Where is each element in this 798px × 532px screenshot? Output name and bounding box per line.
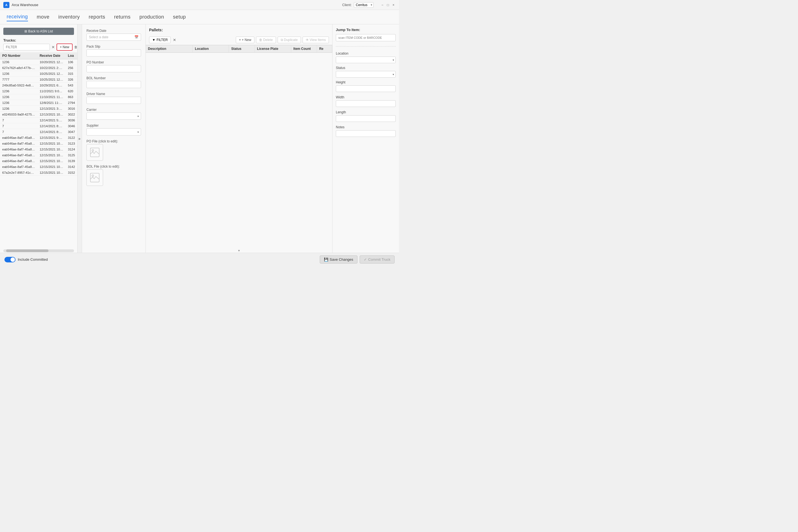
po-cell: 7 <box>0 117 37 123</box>
nav-item-production[interactable]: production <box>139 13 164 21</box>
table-row[interactable]: eab546ae-8af7-45a8-9518-3fb5ecc0df0d 12/… <box>0 152 77 158</box>
scan-input[interactable] <box>336 34 396 41</box>
nav-item-setup[interactable]: setup <box>173 13 186 21</box>
trucks-scrollbar-h[interactable] <box>3 249 74 252</box>
bol-number-input[interactable] <box>87 81 141 88</box>
status-select-wrapper <box>336 71 396 78</box>
scroll-down-arrow: ▼ <box>238 249 241 252</box>
pallets-view-items-button[interactable]: 👁 View Items <box>303 37 329 43</box>
client-select[interactable]: Cerritus <box>354 2 374 8</box>
nav-item-receiving[interactable]: receiving <box>7 13 28 21</box>
pallets-duplicate-button[interactable]: ⧉ Duplicate <box>278 37 301 43</box>
trucks-delete-button[interactable]: 🗑 Delete <box>74 45 78 49</box>
table-row[interactable]: 1236 11/10/2021 11:24:00 AM 863 <box>0 94 77 100</box>
width-input[interactable] <box>336 100 396 107</box>
pallets-toolbar: ▼ FILTER ✕ + + New 🗑 Delete ⧉ Duplicate <box>146 33 332 45</box>
loa-cell: 326 <box>66 77 77 82</box>
date-cell: 10/29/2021 6:04:00 PM <box>37 82 66 89</box>
table-row[interactable]: 1236 10/25/2021 12:03:00 PM 315 <box>0 71 77 77</box>
pallets-table-body <box>146 53 332 249</box>
minimize-button[interactable]: − <box>380 3 385 7</box>
trucks-scrollbar-thumb <box>6 249 49 252</box>
nav-item-inventory[interactable]: inventory <box>58 13 80 21</box>
divider-arrow-left: ▶ <box>78 24 82 253</box>
pallets-delete-button[interactable]: 🗑 Delete <box>256 37 276 43</box>
table-row[interactable]: 249c85a0-5922-4e83-8ac2-83a923467cef 10/… <box>0 82 77 89</box>
nav-item-reports[interactable]: reports <box>89 13 105 21</box>
loa-cell: 3047 <box>66 129 77 135</box>
po-number-input[interactable] <box>87 65 141 72</box>
table-row[interactable]: 627e762f-a8cf-477b-80d2-83af365f0f21 10/… <box>0 65 77 71</box>
pallets-new-button[interactable]: + + New <box>236 37 254 43</box>
col-po-number: PO Number <box>0 52 37 59</box>
driver-name-label: Driver Name <box>87 92 141 96</box>
supplier-select-wrapper <box>87 128 141 135</box>
table-row[interactable]: eab546ae-8af7-45a8-9518-3fb5ecc0df0d 12/… <box>0 164 77 170</box>
po-cell: 1236 <box>0 89 37 94</box>
po-file-label: PO File (click to edit): <box>87 139 141 143</box>
trash-icon: 🗑 <box>259 38 262 42</box>
col-receive-date: Receive Date <box>37 52 66 59</box>
svg-point-1 <box>92 150 94 151</box>
receive-date-group: Receive Date Select a date 📅 <box>87 29 141 41</box>
po-file-upload[interactable] <box>87 144 103 161</box>
include-committed-toggle[interactable] <box>4 257 16 262</box>
table-row[interactable]: eab546ae-8af7-45a8-9518-3fb5ecc0df0d 12/… <box>0 147 77 152</box>
pallets-filter-clear[interactable]: ✕ <box>173 38 176 42</box>
maximize-button[interactable]: □ <box>386 3 390 7</box>
commit-truck-button[interactable]: ✓ Commit Truck <box>360 255 395 264</box>
table-row[interactable]: 67a2e2e7-8957-41cd-be97-280c3aace523 12/… <box>0 170 77 176</box>
height-input[interactable] <box>336 86 396 92</box>
po-cell: 67a2e2e7-8957-41cd-be97-280c3aace523 <box>0 170 37 176</box>
trucks-filter-clear[interactable]: ✕ <box>52 45 55 49</box>
table-row[interactable]: eab546ae-8af7-45a8-9518-3fb5ecc0df0d 12/… <box>0 135 77 141</box>
pack-slip-input[interactable] <box>87 49 141 57</box>
po-cell: eab546ae-8af7-45a8-9518-3fb5ecc0df0d <box>0 158 37 164</box>
supplier-select[interactable] <box>87 128 141 135</box>
table-row[interactable]: 1236 11/2/2021 9:00:00 PM 620 <box>0 89 77 94</box>
table-row[interactable]: 7 12/14/2021 5:40:55 PM 3036 <box>0 117 77 123</box>
date-cell: 12/15/2021 10:08:25 PM <box>37 152 66 158</box>
trucks-filter-input[interactable] <box>3 44 50 51</box>
driver-name-input[interactable] <box>87 97 141 104</box>
pallets-filter-button[interactable]: ▼ FILTER <box>149 37 171 43</box>
table-row[interactable]: 1236 12/8/2021 11:33:35 PM 2794 <box>0 100 77 106</box>
bol-number-group: BOL Number <box>87 76 141 88</box>
image-placeholder-icon <box>90 147 100 157</box>
trucks-new-button[interactable]: + New <box>57 43 73 51</box>
table-row[interactable]: e0245033-9a0f-4275-92e2-e9e1ef2169b2 12/… <box>0 112 77 117</box>
table-row[interactable]: 1236 10/20/2021 12:16:00 PM 106 <box>0 59 77 65</box>
loa-cell: 3122 <box>66 135 77 141</box>
nav-item-returns[interactable]: returns <box>114 13 131 21</box>
close-button[interactable]: × <box>391 3 396 7</box>
table-row[interactable]: eab546ae-8af7-45a8-9518-3fb5ecc0df0d 12/… <box>0 141 77 147</box>
trucks-table: PO Number Receive Date Loa 1236 10/20/20… <box>0 52 77 249</box>
supplier-group: Supplier <box>87 124 141 135</box>
notes-input[interactable] <box>336 130 396 137</box>
table-row[interactable]: 7777 10/25/2021 12:55:00 PM 326 <box>0 77 77 82</box>
carrier-select[interactable] <box>87 113 141 120</box>
col-license-plate: License Plate <box>255 45 291 52</box>
table-row[interactable]: 7 12/14/2021 8:04:54 PM 3046 <box>0 123 77 129</box>
location-select-wrapper <box>336 57 396 63</box>
bol-file-upload[interactable] <box>87 169 103 186</box>
length-input[interactable] <box>336 115 396 122</box>
pallets-scroll-down[interactable]: ▼ <box>146 249 332 253</box>
carrier-label: Carrier <box>87 108 141 112</box>
table-row[interactable]: 1236 12/13/2021 3:06:31 PM 3016 <box>0 106 77 112</box>
filter-btn-label: FILTER <box>156 38 168 42</box>
location-select[interactable] <box>336 57 396 63</box>
expand-arrow-left[interactable]: ▶ <box>79 137 81 140</box>
nav-item-move[interactable]: move <box>37 13 50 21</box>
notes-label: Notes <box>336 125 396 129</box>
receive-date-input[interactable]: Select a date 📅 <box>87 34 141 41</box>
save-changes-button[interactable]: 💾 Save Changes <box>320 255 358 264</box>
date-cell: 11/10/2021 11:24:00 AM <box>37 94 66 100</box>
col-location: Location <box>193 45 229 52</box>
date-cell: 12/8/2021 11:33:35 PM <box>37 100 66 106</box>
table-row[interactable]: 7 12/14/2021 8:09:58 PM 3047 <box>0 129 77 135</box>
status-select[interactable] <box>336 71 396 78</box>
back-to-asn-button[interactable]: ⊞ Back to ASN List <box>3 28 74 35</box>
client-select-wrapper: Cerritus <box>354 2 374 8</box>
table-row[interactable]: eab546ae-8af7-45a8-9518-3fb5ecc0df0d 12/… <box>0 158 77 164</box>
